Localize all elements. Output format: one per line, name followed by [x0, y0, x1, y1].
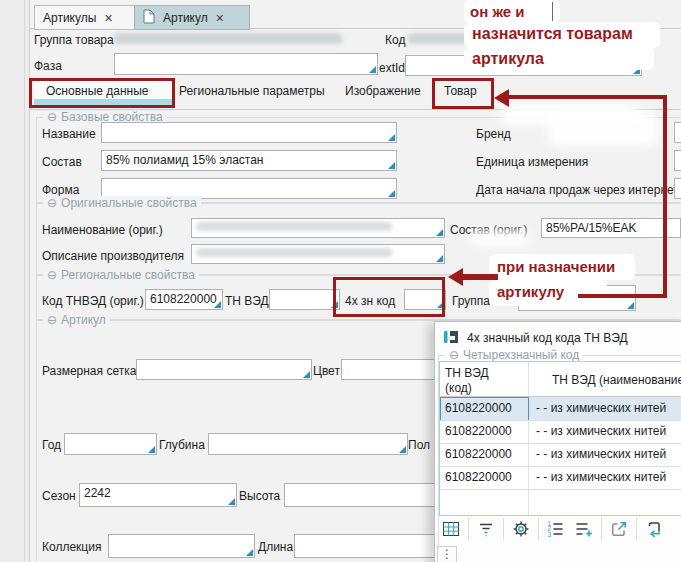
tnved-label: ТН ВЭД	[225, 293, 269, 309]
numbered-list-icon[interactable]: 123	[545, 518, 567, 540]
color-label: Цвет	[313, 363, 340, 379]
phase-label: Фаза	[34, 58, 62, 74]
height-field[interactable]	[284, 483, 441, 507]
phase-field[interactable]	[114, 53, 378, 75]
eraser-smudge	[470, 230, 530, 246]
length-label: Длина	[258, 539, 293, 555]
code4-selector-popup: 4х значный код кода ТН ВЭД ⊖Четырехзначн…	[434, 321, 681, 562]
annotation-text-top-3: артикула	[472, 50, 544, 68]
popup-toolbar: 123	[440, 518, 665, 540]
reload-return-icon[interactable]	[643, 518, 665, 540]
brand-field[interactable]	[674, 122, 681, 143]
row-code: 6108220000	[445, 401, 512, 415]
size-grid-field[interactable]	[136, 359, 312, 380]
gear-icon[interactable]	[510, 518, 532, 540]
col1-header-line1: ТН ВЭД	[445, 366, 489, 380]
collection-label: Коллекция	[42, 539, 101, 555]
filter-icon[interactable]	[475, 518, 497, 540]
annotation-arrow-tail	[461, 274, 498, 280]
extid-label: extId	[379, 60, 405, 76]
toolbar-divider	[538, 518, 539, 540]
composition-field[interactable]: 85% полиамид 15% эластан	[101, 150, 397, 171]
unit-field[interactable]	[674, 150, 681, 171]
tab-article[interactable]: Артикул ×	[134, 5, 250, 30]
annotation-line-vertical	[663, 95, 667, 298]
annotation-arrowhead-product	[494, 89, 509, 107]
tab-article-close-icon[interactable]: ×	[216, 11, 224, 25]
subtab-regional-params[interactable]: Региональные параметры	[179, 82, 325, 100]
online-sale-date-field[interactable]	[674, 178, 681, 199]
toolbar-divider	[636, 518, 637, 540]
code4-table: ТН ВЭД (код) ТН ВЭД (наименование) 61082…	[439, 361, 681, 516]
orig-composition-field[interactable]: 85%PA/15%EAK	[541, 218, 681, 238]
depth-field[interactable]	[208, 433, 408, 455]
toolbar-divider	[468, 518, 469, 540]
annotation-text-top-1: он же и	[470, 3, 525, 20]
size-grid-label: Размерная сетка	[42, 363, 136, 379]
code-label: Код	[385, 32, 405, 48]
product-group-value-redacted	[114, 33, 342, 44]
tab-articles[interactable]: Артикулы ×	[34, 5, 136, 30]
collapse-icon[interactable]: ⊖	[47, 268, 57, 282]
table-row[interactable]: 6108220000 - - из химических нитей	[440, 443, 681, 466]
table-row[interactable]: 6108220000 - - из химических нитей	[440, 466, 681, 489]
row-code: 6108220000	[445, 470, 512, 484]
text-cursor	[552, 2, 553, 21]
open-external-icon[interactable]	[608, 518, 630, 540]
annotation-line-bottom	[578, 294, 667, 298]
orig-name-label: Наименование (ориг.)	[42, 222, 163, 238]
table-row[interactable]: 6108220000 - - из химических нитей	[440, 420, 681, 443]
tab-articles-label: Артикулы	[43, 11, 96, 25]
manufacturer-desc-label: Описание производителя	[42, 248, 184, 264]
annotation-text-mid-1: при назначении	[497, 258, 615, 275]
col2-header: ТН ВЭД (наименование)	[552, 373, 681, 387]
table-row-selected[interactable]: 6108220000 - - из химических нитей	[440, 397, 681, 420]
list-add-icon[interactable]	[573, 518, 595, 540]
height-label: Высота	[239, 488, 280, 504]
annotation-box-code4	[333, 277, 445, 317]
document-icon	[143, 9, 155, 27]
tnved-field[interactable]	[269, 289, 340, 310]
tab-articles-close-icon[interactable]: ×	[104, 11, 112, 25]
group-regional-title-text: Региональные свойства	[61, 268, 195, 282]
collapse-icon[interactable]: ⊖	[47, 313, 57, 327]
row-name: - - из химических нитей	[536, 424, 666, 438]
toolbar-divider	[601, 518, 602, 540]
annotation-text-top-2: назначится товарам	[472, 25, 633, 43]
row-code: 6108220000	[445, 424, 512, 438]
row-code: 6108220000	[445, 447, 512, 461]
app-window: Артикулы × Артикул × Группа товара Код Ф…	[0, 0, 681, 562]
tnved-orig-field[interactable]: 6108220000	[145, 289, 223, 310]
length-field[interactable]	[294, 534, 441, 558]
tnved-orig-label: Код ТНВЭД (ориг.)	[42, 293, 144, 309]
row-name: - - из химических нитей	[536, 401, 666, 415]
row-separator	[440, 489, 681, 490]
more-handle[interactable]: ⋮	[437, 546, 457, 562]
annotation-line-top	[508, 95, 666, 99]
unit-label: Единица измерения	[476, 154, 588, 170]
collapse-icon[interactable]: ⊖	[47, 196, 57, 210]
season-field[interactable]: 2242	[79, 483, 237, 507]
year-field[interactable]	[64, 433, 157, 455]
subtab-image[interactable]: Изображение	[345, 82, 421, 100]
group-article-title: ⊖Артикул	[43, 313, 110, 327]
collapse-icon[interactable]: ⊖	[47, 110, 57, 124]
color-field[interactable]	[341, 359, 442, 380]
depth-label: Глубина	[159, 437, 205, 453]
collapse-icon[interactable]: ⊖	[449, 348, 459, 362]
collection-field[interactable]	[108, 534, 255, 558]
table-grid-icon[interactable]	[440, 518, 462, 540]
group-original-title: ⊖Оригинальные свойства	[43, 196, 201, 210]
name-label: Название	[42, 126, 96, 142]
name-field[interactable]	[101, 122, 397, 143]
orig-name-value-redacted	[196, 222, 392, 231]
svg-text:3: 3	[548, 531, 552, 538]
app-logo-icon	[443, 329, 459, 348]
brand-label: Бренд	[476, 126, 511, 142]
gender-label: Пол	[408, 437, 430, 453]
col1-header-line2: (код)	[445, 381, 472, 395]
left-divider	[24, 0, 25, 562]
product-group-label: Группа товара	[34, 32, 114, 48]
row-name: - - из химических нитей	[536, 470, 666, 484]
toolbar-divider	[503, 518, 504, 540]
